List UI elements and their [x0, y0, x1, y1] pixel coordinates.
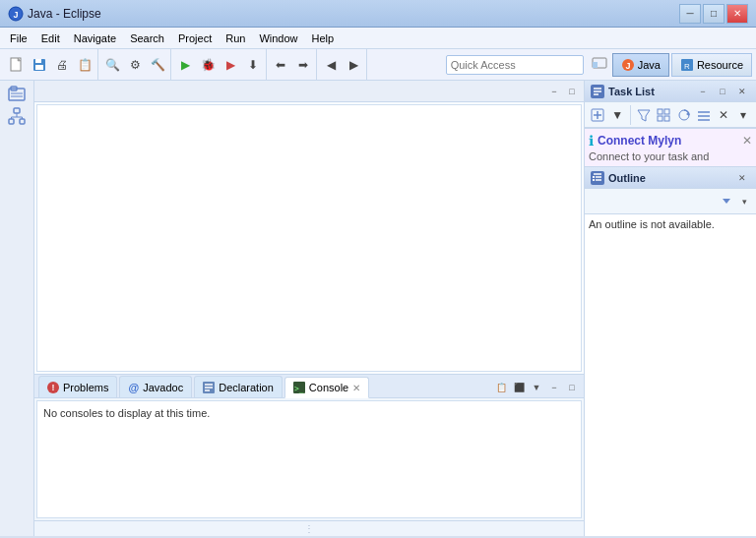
- task-filter-button[interactable]: [635, 104, 653, 126]
- toolbar-file-section: 🖨 📋: [4, 49, 98, 80]
- connect-mylyn-panel: ℹ Connect Mylyn ✕ Connect to your task a…: [585, 129, 756, 167]
- toolbar-run-section: ▶ 🐞 ▶ ⬇: [172, 49, 267, 80]
- menu-search[interactable]: Search: [124, 30, 170, 46]
- menu-project[interactable]: Project: [172, 30, 218, 46]
- bottom-tab-bar: ! Problems @ Javadoc Declaration: [34, 375, 584, 398]
- svg-marker-37: [638, 110, 650, 121]
- outline-content: An outline is not available.: [585, 214, 756, 536]
- title-bar: J Java - Eclipse ─ □ ✕: [0, 0, 756, 28]
- svg-rect-5: [35, 59, 41, 63]
- minimize-button[interactable]: ─: [679, 4, 701, 24]
- forward-button[interactable]: ➡: [292, 54, 314, 76]
- tab-problems[interactable]: ! Problems: [38, 376, 117, 397]
- save-button[interactable]: [29, 54, 50, 76]
- javadoc-icon: @: [128, 382, 139, 393]
- problems-icon: !: [47, 382, 59, 393]
- toolbar-extra-section: ◀ ▶: [318, 49, 367, 80]
- hierarchy-icon[interactable]: [7, 106, 27, 126]
- quick-access-input[interactable]: [446, 55, 584, 75]
- connect-mylyn-close[interactable]: ✕: [742, 134, 752, 148]
- task-sync-button[interactable]: [674, 104, 692, 126]
- outline-panel: Outline ✕ ▾ An outline is not available.: [585, 167, 756, 536]
- left-gutter: [0, 81, 34, 536]
- tab-console[interactable]: >_ Console ✕: [284, 377, 369, 398]
- tab-javadoc[interactable]: @ Javadoc: [119, 376, 192, 397]
- run-button[interactable]: ▶: [174, 54, 196, 76]
- menu-help[interactable]: Help: [306, 30, 341, 46]
- prev-edit-button[interactable]: ◀: [320, 54, 342, 76]
- main-area: − □ ! Problems @ Javadoc: [0, 81, 756, 536]
- declaration-icon: [203, 382, 215, 393]
- svg-text:>_: >_: [294, 385, 304, 393]
- editor-content[interactable]: [36, 104, 582, 372]
- settings-icon[interactable]: ⚙: [124, 54, 146, 76]
- task-dropdown[interactable]: ▼: [608, 104, 626, 126]
- window-title: Java - Eclipse: [28, 7, 679, 21]
- outline-icon: [591, 171, 604, 185]
- close-button[interactable]: ✕: [726, 4, 748, 24]
- tab-problems-label: Problems: [63, 382, 108, 393]
- outline-collapse-button[interactable]: [719, 194, 734, 209]
- toolbar-nav2-section: ⬅ ➡: [268, 49, 317, 80]
- svg-text:J: J: [625, 61, 630, 71]
- perspective-resource-button[interactable]: R Resource: [671, 53, 752, 77]
- bottom-minimize-button[interactable]: −: [546, 380, 562, 395]
- package-explorer-icon[interactable]: [7, 85, 27, 104]
- editor-tab-controls: − □: [546, 84, 580, 99]
- new-button[interactable]: [6, 54, 28, 76]
- copy-button[interactable]: 📋: [74, 54, 95, 76]
- task-list-close[interactable]: ✕: [734, 84, 750, 99]
- toolbar: 🖨 📋 🔍 ⚙ 🔨 ▶ 🐞 ▶ ⬇ ⬅ ➡ ◀ ▶ J: [0, 49, 756, 81]
- tab-declaration-label: Declaration: [219, 382, 274, 393]
- task-group-button[interactable]: [655, 104, 672, 126]
- menu-edit[interactable]: Edit: [35, 30, 66, 46]
- external-tools-button[interactable]: ▶: [220, 54, 241, 76]
- bottom-maximize-button[interactable]: □: [564, 380, 580, 395]
- svg-rect-17: [14, 108, 20, 113]
- tab-declaration[interactable]: Declaration: [194, 376, 283, 397]
- menu-run[interactable]: Run: [220, 30, 251, 46]
- status-bar: ⋮: [34, 520, 584, 536]
- menu-navigate[interactable]: Navigate: [68, 30, 122, 46]
- tab-console-label: Console: [309, 382, 348, 393]
- resize-handle: ⋮: [304, 523, 314, 534]
- maximize-button[interactable]: □: [703, 4, 724, 24]
- task-more-button[interactable]: ▾: [734, 104, 752, 126]
- task-separator: [630, 105, 631, 125]
- outline-header: Outline ✕: [585, 167, 756, 189]
- editor-maximize-button[interactable]: □: [564, 84, 580, 99]
- task-list-minimize[interactable]: −: [695, 84, 711, 99]
- task-list-title: Task List: [608, 86, 691, 97]
- svg-rect-52: [593, 179, 595, 181]
- build-button[interactable]: 🔨: [147, 54, 168, 76]
- search-icon[interactable]: 🔍: [101, 54, 123, 76]
- clear-console-button[interactable]: ⬛: [511, 380, 527, 395]
- quick-access-bar: [446, 55, 584, 75]
- print-button[interactable]: 🖨: [51, 54, 73, 76]
- run-dropdown[interactable]: ⬇: [242, 54, 264, 76]
- open-perspective-button[interactable]: [589, 54, 610, 76]
- svg-rect-51: [593, 176, 595, 178]
- toolbar-nav-section: 🔍 ⚙ 🔨: [99, 49, 171, 80]
- outline-close[interactable]: ✕: [734, 170, 750, 186]
- svg-rect-41: [664, 116, 669, 121]
- console-tab-close[interactable]: ✕: [352, 383, 360, 393]
- editor-minimize-button[interactable]: −: [546, 84, 562, 99]
- task-list-header: Task List − □ ✕: [585, 81, 756, 102]
- task-close-button[interactable]: ✕: [715, 104, 732, 126]
- copy-console-button[interactable]: 📋: [493, 380, 509, 395]
- right-panel: Task List − □ ✕ ▼: [584, 81, 756, 536]
- menu-file[interactable]: File: [4, 30, 33, 46]
- debug-button[interactable]: 🐞: [197, 54, 219, 76]
- console-dropdown-button[interactable]: ▼: [529, 380, 544, 395]
- new-task-button[interactable]: [589, 104, 606, 126]
- outline-text: An outline is not available.: [589, 218, 715, 230]
- task-settings-button[interactable]: [695, 104, 713, 126]
- outline-dropdown-button[interactable]: ▾: [736, 194, 752, 209]
- task-list-maximize[interactable]: □: [715, 84, 730, 99]
- back-button[interactable]: ⬅: [270, 54, 291, 76]
- perspective-java-button[interactable]: J Java: [612, 53, 669, 77]
- menu-window[interactable]: Window: [253, 30, 303, 46]
- app-icon: J: [8, 6, 24, 22]
- next-edit-button[interactable]: ▶: [343, 54, 364, 76]
